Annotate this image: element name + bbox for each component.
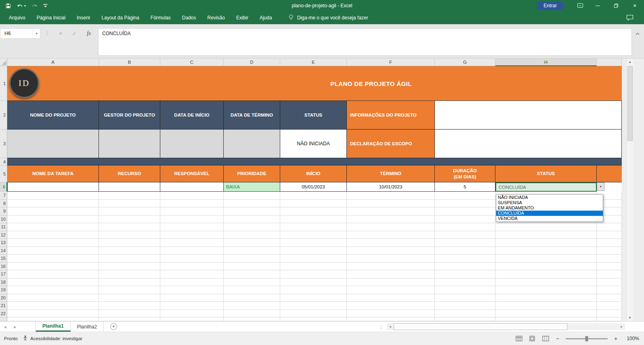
info-projeto-value-cell[interactable]: [435, 101, 622, 130]
grid-cell[interactable]: [7, 215, 99, 224]
grid-cell[interactable]: [7, 207, 99, 215]
menu-tab-ajuda[interactable]: Ajuda: [254, 11, 278, 24]
tell-me-box[interactable]: Diga-me o que você deseja fazer: [288, 14, 368, 22]
grid-cell[interactable]: [99, 231, 160, 239]
grid-cell[interactable]: [435, 286, 495, 294]
cell-duracao-g6[interactable]: 5: [435, 182, 495, 192]
grid-cell[interactable]: [99, 286, 160, 294]
zoom-slider-thumb[interactable]: [585, 336, 588, 341]
grid-cell[interactable]: [224, 302, 280, 310]
tabbar-resize-handle[interactable]: ⋮: [379, 324, 384, 330]
grid-cell[interactable]: [7, 200, 99, 208]
horizontal-scrollbar[interactable]: ◂ ▸: [387, 323, 625, 330]
sheet-tab-planilha2[interactable]: Planilha2: [71, 322, 104, 332]
grid-cell[interactable]: [435, 247, 495, 255]
grid-cell[interactable]: [435, 270, 495, 278]
grid-cell[interactable]: [224, 239, 280, 247]
grid-cell[interactable]: [495, 223, 597, 231]
row-header-partial[interactable]: [0, 318, 7, 321]
grid-cell[interactable]: [280, 192, 347, 200]
enter-check-icon[interactable]: ✓: [69, 28, 80, 39]
scroll-right-icon[interactable]: ▸: [618, 323, 625, 330]
row-header-15[interactable]: 15: [0, 255, 7, 263]
restore-button[interactable]: [607, 0, 625, 11]
grid-cell[interactable]: [7, 302, 99, 310]
grid-cell[interactable]: [160, 200, 224, 208]
grid-cell[interactable]: [224, 286, 280, 294]
grid-cell[interactable]: [435, 207, 495, 215]
name-box[interactable]: H6 ▾: [0, 28, 40, 39]
grid-cell[interactable]: [495, 239, 597, 247]
grid-cell[interactable]: [160, 302, 224, 310]
row-header-11[interactable]: 11: [0, 223, 7, 231]
grid-cell[interactable]: [347, 223, 435, 231]
formula-input[interactable]: CONCLUÍDA: [98, 28, 632, 56]
grid-cell[interactable]: [99, 302, 160, 310]
scroll-left-icon[interactable]: ◂: [387, 323, 394, 330]
declaracao-escopo-value-cell[interactable]: [435, 130, 622, 158]
grid-cell[interactable]: [435, 231, 495, 239]
sheet-tab-planilha1[interactable]: Planilha1: [36, 322, 71, 332]
scroll-up-icon[interactable]: ▲: [627, 59, 634, 65]
grid-cell[interactable]: [347, 278, 435, 286]
grid-cell[interactable]: [597, 270, 622, 278]
grid-cell[interactable]: [7, 310, 99, 318]
grid-cell[interactable]: [224, 207, 280, 215]
row-header-19[interactable]: 19: [0, 286, 7, 294]
menu-tab-dados[interactable]: Dados: [176, 11, 202, 24]
grid-cell[interactable]: [160, 310, 224, 318]
grid-cell[interactable]: [224, 247, 280, 255]
grid-cell[interactable]: [435, 318, 495, 321]
grid-cell[interactable]: [160, 278, 224, 286]
grid-cell[interactable]: [597, 255, 622, 263]
grid-cell[interactable]: [224, 310, 280, 318]
grid-cell[interactable]: [7, 255, 99, 263]
grid-cell[interactable]: [280, 223, 347, 231]
row-header-5[interactable]: 5: [0, 165, 7, 182]
select-all-corner[interactable]: [0, 59, 7, 66]
row-header-22[interactable]: 22: [0, 310, 7, 318]
grid-cell[interactable]: [495, 318, 597, 321]
name-box-dropdown-icon[interactable]: ▾: [33, 29, 40, 38]
grid-cell[interactable]: [597, 286, 622, 294]
grid-cell[interactable]: [597, 294, 622, 302]
minimize-button[interactable]: [588, 0, 607, 11]
column-header-a[interactable]: A: [7, 59, 99, 66]
undo-icon[interactable]: ▾: [17, 2, 26, 9]
zoom-in-button[interactable]: +: [613, 335, 619, 342]
row-header-13[interactable]: 13: [0, 239, 7, 247]
menu-tab-pagina-inicial[interactable]: Página Inicial: [31, 11, 71, 24]
grid-cell[interactable]: [280, 270, 347, 278]
grid-cell[interactable]: [347, 192, 435, 200]
grid-cell[interactable]: [160, 318, 224, 321]
grid-cell[interactable]: [597, 302, 622, 310]
row-header-20[interactable]: 20: [0, 294, 7, 302]
zoom-level[interactable]: 100%: [624, 336, 639, 341]
cell-c6[interactable]: [160, 182, 224, 192]
dropdown-option-vencida[interactable]: VENCIDA: [496, 216, 603, 221]
grid-cell[interactable]: [347, 239, 435, 247]
grid-cell[interactable]: [160, 215, 224, 224]
dropdown-option-em-andamento[interactable]: EM ANDAMENTO: [496, 205, 603, 211]
grid-cell[interactable]: [7, 239, 99, 247]
grid-cell[interactable]: [224, 294, 280, 302]
row-header-17[interactable]: 17: [0, 270, 7, 278]
grid-cell[interactable]: [280, 231, 347, 239]
grid-cell[interactable]: [7, 286, 99, 294]
grid-cell[interactable]: [280, 215, 347, 224]
project-value-cell[interactable]: [7, 130, 99, 158]
dropdown-option-nao-iniciada[interactable]: NÃO INICIADA: [496, 195, 603, 200]
normal-view-icon[interactable]: [515, 335, 523, 342]
grid-cell[interactable]: [280, 302, 347, 310]
grid-cell[interactable]: [7, 318, 99, 321]
grid-cell[interactable]: [597, 247, 622, 255]
grid-cell[interactable]: [160, 270, 224, 278]
row-header-18[interactable]: 18: [0, 278, 7, 286]
menu-tab-revisao[interactable]: Revisão: [202, 11, 231, 24]
cell-prioridade-d6[interactable]: BAIXA: [224, 182, 280, 192]
grid-cell[interactable]: [99, 215, 160, 224]
save-icon[interactable]: [5, 2, 11, 9]
grid-cell[interactable]: [280, 255, 347, 263]
grid-cell[interactable]: [7, 231, 99, 239]
grid-cell[interactable]: [7, 294, 99, 302]
